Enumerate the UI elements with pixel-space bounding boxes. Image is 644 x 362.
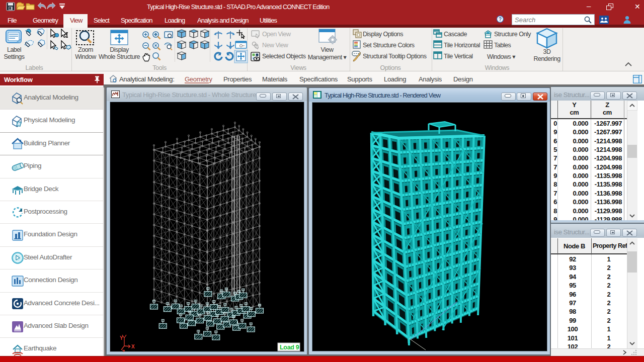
svg-text:Load 9: Load 9	[280, 344, 299, 351]
svg-text:Z: Z	[122, 349, 125, 352]
svg-text:X: X	[131, 344, 135, 349]
svg-text:Y: Y	[120, 335, 123, 341]
svg-text:?: ?	[499, 17, 502, 22]
